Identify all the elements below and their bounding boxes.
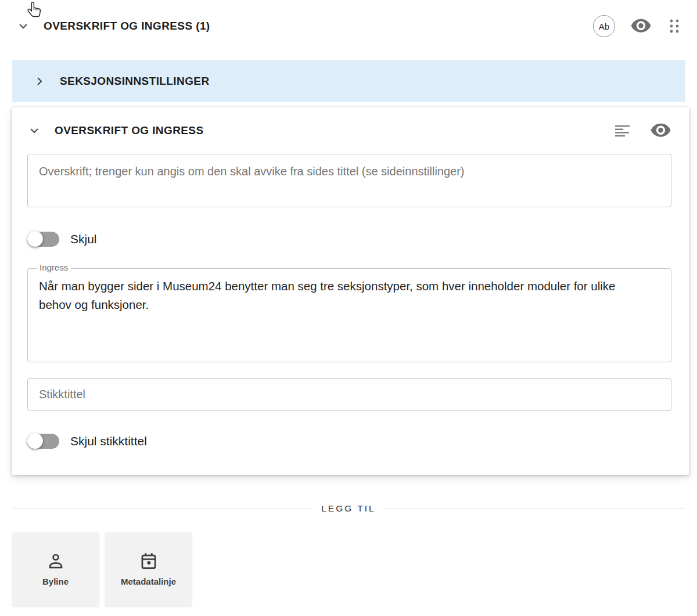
add-metadatalinje-label: Metadatalinje xyxy=(121,577,176,586)
divider-line xyxy=(384,509,685,509)
ingress-field[interactable]: Ingress Når man bygger sider i Museum24 … xyxy=(27,268,671,362)
skjul-stikktittel-toggle-label: Skjul stikktittel xyxy=(70,434,147,448)
divider-line xyxy=(12,509,313,509)
section-title: OVERSKRIFT OG INGRESS (1) xyxy=(44,20,210,33)
visibility-eye-icon[interactable] xyxy=(650,123,671,138)
skjul-toggle-row: Skjul xyxy=(27,228,671,251)
text-style-badge[interactable]: Ab xyxy=(593,15,615,37)
calendar-event-icon xyxy=(139,552,159,571)
skjul-stikktittel-toggle[interactable] xyxy=(27,433,59,449)
skjul-toggle-label: Skjul xyxy=(70,232,97,246)
hand-cursor-icon xyxy=(27,1,42,19)
section-header: OVERSKRIFT OG INGRESS (1) Ab xyxy=(16,13,682,39)
chevron-down-icon[interactable] xyxy=(27,124,41,138)
add-metadatalinje-button[interactable]: Metadatalinje xyxy=(105,532,192,606)
module-card-header: OVERSKRIFT OG INGRESS xyxy=(27,107,671,154)
module-card: OVERSKRIFT OG INGRESS Skjul xyxy=(12,107,689,475)
skjul-toggle[interactable] xyxy=(27,231,59,247)
visibility-eye-icon[interactable] xyxy=(630,19,652,34)
chevron-right-icon[interactable] xyxy=(33,74,46,88)
add-section-label: LEGG TIL xyxy=(313,503,384,514)
stikktittel-input[interactable] xyxy=(27,378,671,411)
section-settings-bar[interactable]: SEKSJONSINNSTILLINGER xyxy=(12,60,685,102)
format-align-left-icon[interactable] xyxy=(615,124,630,138)
settings-bar-title: SEKSJONSINNSTILLINGER xyxy=(60,75,210,88)
add-section-divider: LEGG TIL xyxy=(12,500,685,517)
ingress-field-value[interactable]: Når man bygger sider i Museum24 benytter… xyxy=(39,277,631,314)
overskrift-input[interactable] xyxy=(27,154,671,207)
add-byline-label: Byline xyxy=(42,577,69,586)
drag-handle-dots-icon[interactable] xyxy=(667,19,682,34)
skjul-stikktittel-toggle-row: Skjul stikktittel xyxy=(27,430,671,453)
chevron-down-icon[interactable] xyxy=(16,19,30,33)
add-byline-button[interactable]: Byline xyxy=(12,532,99,606)
module-title: OVERSKRIFT OG INGRESS xyxy=(55,124,204,137)
person-icon xyxy=(46,552,66,571)
ingress-field-label: Ingress xyxy=(37,262,71,272)
add-module-row: Byline Metadatalinje xyxy=(12,532,192,606)
